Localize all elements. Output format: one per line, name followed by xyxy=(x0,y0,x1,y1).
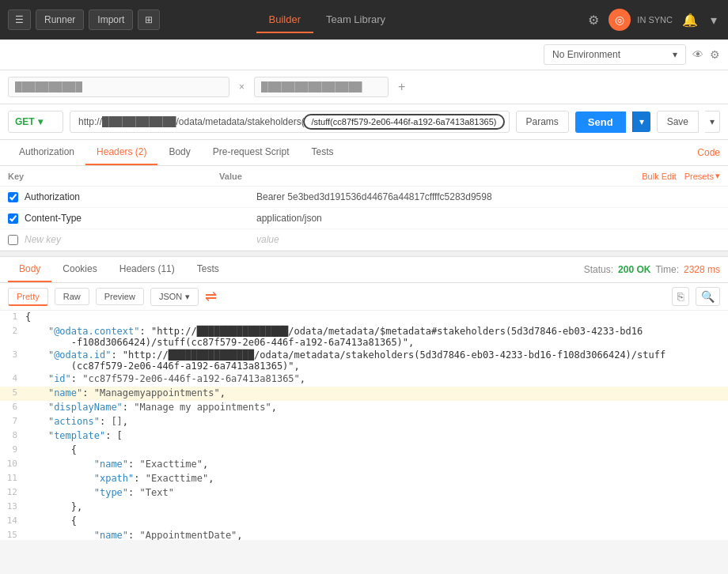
line-content: }, xyxy=(25,501,728,512)
line-content: "name": "Exacttime", xyxy=(25,459,728,470)
tab-team-library[interactable]: Team Library xyxy=(313,7,398,33)
resp-tab-tests[interactable]: Tests xyxy=(186,257,230,282)
line-number: 3 xyxy=(0,349,25,360)
format-chevron-icon: ▾ xyxy=(185,292,190,302)
bell-icon[interactable]: 🔔 xyxy=(679,9,701,31)
settings-icon[interactable]: ⚙ xyxy=(585,9,602,31)
tab-pre-request[interactable]: Pre-request Script xyxy=(202,140,301,165)
filter-icon[interactable]: ⇌ xyxy=(205,288,217,305)
line-content: "@odata.id": "http://███████████████/oda… xyxy=(25,349,728,372)
collection-tab-2[interactable] xyxy=(254,77,389,97)
line-content: "displayName": "Manage my appointments", xyxy=(25,402,728,413)
sync-button[interactable]: ◎ xyxy=(609,9,631,31)
code-line-3: 3 "@odata.id": "http://███████████████/o… xyxy=(0,349,728,372)
gear-icon[interactable]: ⚙ xyxy=(710,48,720,61)
import-button[interactable]: Import xyxy=(89,9,133,30)
collection-tab-1[interactable] xyxy=(8,77,229,97)
send-chevron-icon: ▾ xyxy=(639,116,644,127)
url-input-wrapper: /stuff(cc87f579-2e06-446f-a192-6a7413a81… xyxy=(70,111,510,133)
presets-link[interactable]: Presets ▾ xyxy=(684,171,720,181)
format-select[interactable]: JSON ▾ xyxy=(150,288,199,306)
chevron-down-icon[interactable]: ▾ xyxy=(707,9,720,31)
resp-tab-body[interactable]: Body xyxy=(8,257,51,282)
sidebar-icon: ☰ xyxy=(15,14,24,25)
send-dropdown-button[interactable]: ▾ xyxy=(632,111,650,132)
line-content: { xyxy=(25,515,728,527)
pretty-button[interactable]: Pretty xyxy=(8,288,48,306)
line-content: { xyxy=(25,312,728,323)
header-1-key: Authorization xyxy=(25,191,256,202)
code-line-12: 12 "type": "Text" xyxy=(0,486,728,500)
header-2-checkbox[interactable] xyxy=(8,213,18,224)
headers-toolbar: Key Value Bulk Edit Presets ▾ xyxy=(0,166,728,187)
tab-headers[interactable]: Headers (2) xyxy=(85,140,157,165)
params-button[interactable]: Params xyxy=(516,111,569,133)
preview-button[interactable]: Preview xyxy=(96,288,144,305)
environment-select[interactable]: No Environment ▾ xyxy=(544,44,686,65)
runner-label: Runner xyxy=(44,14,75,25)
raw-button[interactable]: Raw xyxy=(55,288,89,305)
status-value: 200 OK xyxy=(618,264,650,275)
header-row-new: New key value xyxy=(0,229,728,251)
header-2-value: application/json xyxy=(256,213,720,224)
line-number: 12 xyxy=(0,487,25,497)
line-number: 4 xyxy=(0,373,25,383)
code-line-9: 9 { xyxy=(0,444,728,458)
code-line-1: 1{ xyxy=(0,311,728,325)
tab-body[interactable]: Body xyxy=(157,140,201,165)
line-content: "id": "cc87f579-2e06-446f-a192-6a7413a81… xyxy=(25,373,728,384)
code-line-2: 2 "@odata.context": "http://████████████… xyxy=(0,325,728,349)
method-select[interactable]: GET ▾ xyxy=(8,111,63,133)
line-content: { xyxy=(25,444,728,455)
line-number: 9 xyxy=(0,444,25,455)
save-button[interactable]: Save xyxy=(657,111,699,133)
header-new-key[interactable]: New key xyxy=(25,234,256,245)
status-label: Status: xyxy=(584,264,613,275)
top-right-controls: ⚙ ◎ IN SYNC 🔔 ▾ xyxy=(585,9,720,31)
response-status: Status: 200 OK Time: 2328 ms xyxy=(584,264,720,275)
line-number: 5 xyxy=(0,387,25,398)
line-number: 13 xyxy=(0,501,25,512)
search-button[interactable]: 🔍 xyxy=(696,287,720,306)
bulk-edit-link[interactable]: Bulk Edit xyxy=(642,172,676,181)
line-content: "template": [ xyxy=(25,430,728,441)
section-divider xyxy=(0,251,728,257)
import-label: Import xyxy=(97,14,124,25)
line-number: 8 xyxy=(0,430,25,440)
line-number: 10 xyxy=(0,459,25,469)
copy-button[interactable]: ⎘ xyxy=(672,287,689,306)
eye-icon[interactable]: 👁 xyxy=(692,48,703,61)
new-tab-button[interactable]: ⊞ xyxy=(138,9,160,30)
header-new-checkbox[interactable] xyxy=(8,235,18,245)
line-content: "name": "Managemyappointments", xyxy=(25,387,728,398)
resp-tab-headers[interactable]: Headers (11) xyxy=(108,257,186,282)
code-line-14: 14 { xyxy=(0,515,728,529)
env-bar: No Environment ▾ 👁 ⚙ xyxy=(0,40,728,70)
resp-tab-cookies[interactable]: Cookies xyxy=(51,257,108,282)
main-tab-group: Builder Team Library xyxy=(256,7,399,33)
sidebar-toggle-button[interactable]: ☰ xyxy=(8,9,31,30)
line-number: 14 xyxy=(0,515,25,526)
header-1-checkbox[interactable] xyxy=(8,192,18,202)
tab-authorization[interactable]: Authorization xyxy=(8,140,85,165)
close-tab-button[interactable]: × xyxy=(236,81,248,93)
code-line-8: 8 "template": [ xyxy=(0,429,728,444)
header-1-value: Bearer 5e3bed3d191536d44676a44817cffffc5… xyxy=(256,191,720,202)
code-link[interactable]: Code xyxy=(697,141,720,164)
line-number: 1 xyxy=(0,312,25,322)
line-number: 6 xyxy=(0,402,25,412)
header-new-value[interactable]: value xyxy=(256,234,720,245)
url-input[interactable] xyxy=(70,111,510,133)
tab-builder[interactable]: Builder xyxy=(256,7,313,33)
line-content: "type": "Text" xyxy=(25,487,728,498)
runner-button[interactable]: Runner xyxy=(36,9,84,30)
code-line-13: 13 }, xyxy=(0,500,728,515)
tab-tests[interactable]: Tests xyxy=(300,140,344,165)
save-dropdown-button[interactable]: ▾ xyxy=(705,111,720,133)
header-2-key: Content-Type xyxy=(25,213,256,224)
line-content: "xpath": "Exacttime", xyxy=(25,473,728,484)
send-button[interactable]: Send xyxy=(575,111,626,133)
add-tab-button[interactable]: + xyxy=(395,80,408,94)
response-toolbar: Pretty Raw Preview JSON ▾ ⇌ ⎘ 🔍 xyxy=(0,283,728,311)
request-tabs: Authorization Headers (2) Body Pre-reque… xyxy=(0,140,728,166)
